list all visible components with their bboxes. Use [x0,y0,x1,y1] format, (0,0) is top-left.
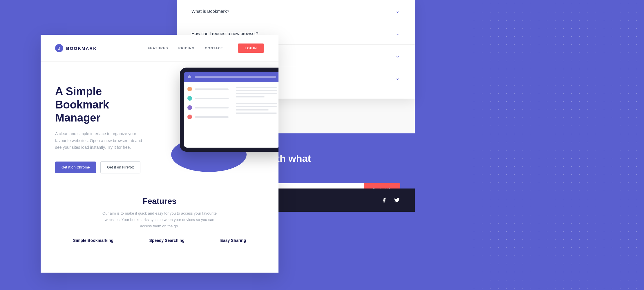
row-line-3 [195,107,229,108]
get-firefox-button[interactable]: Get it on Firefox [100,161,140,173]
tablet-row-2 [187,96,229,101]
logo-text: BOOKMARK [66,46,97,51]
tablet-row-4 [187,115,229,119]
row-line-1 [195,88,229,90]
tablet-screen [184,72,278,148]
login-button[interactable]: LOGIN [238,44,264,53]
facebook-icon[interactable] [381,197,388,204]
feature-speedy-searching: Speedy Searching [149,238,184,243]
row-dot-2 [187,96,192,101]
tablet-device [180,68,278,152]
faq-question-1: What is Bookmark? [191,9,229,14]
features-section: Features Our aim is to make it quick and… [41,185,278,249]
get-chrome-button[interactable]: Get it on Chrome [55,162,96,173]
logo: B BOOKMARK [55,44,97,52]
row-dot-1 [187,87,192,91]
hero-section: A Simple Bookmark Manager A clean and si… [41,62,278,185]
hero-description: A clean and simple interface to organize… [55,130,142,151]
twitter-icon[interactable] [393,197,400,204]
hero-buttons: Get it on Chrome Get it on Firefox [55,161,142,173]
logo-icon: B [55,44,63,52]
tablet-illustration [162,68,278,166]
tablet-left-panel [184,82,232,148]
nav-links: FEATURES PRICING CONTACT LOGIN [148,44,264,53]
right-line-4 [236,96,265,97]
right-line-1 [236,87,277,88]
features-title: Features [55,197,264,206]
tablet-right-panel [232,82,279,148]
faq-item-1[interactable]: What is Bookmark? ⌄ [177,0,415,22]
feature-easy-sharing: Easy Sharing [220,238,246,243]
feature-simple-bookmarking: Simple Bookmarking [73,238,113,243]
right-line-2 [236,90,277,91]
faq-chevron-3: ⌄ [395,53,400,59]
nav-contact[interactable]: CONTACT [205,46,223,50]
faq-chevron-4: ⌄ [395,75,400,81]
features-columns: Simple Bookmarking Speedy Searching Easy… [55,238,264,243]
faq-chevron-2: ⌄ [395,30,400,36]
right-line-3 [236,93,277,94]
right-line-6 [236,106,277,107]
row-dot-4 [187,115,192,119]
row-line-4 [195,116,229,118]
tablet-row-1 [187,87,229,91]
features-description: Our aim is to make it quick and easy for… [99,210,220,229]
footer-socials [381,197,400,204]
tab-dot-1 [188,75,191,78]
tab-bar [195,76,276,78]
right-line-5 [236,103,277,104]
row-line-2 [195,98,229,99]
tablet-row-3 [187,105,229,110]
hero-text: A Simple Bookmark Manager A clean and si… [55,85,142,173]
nav-pricing[interactable]: PRICING [178,46,195,50]
main-page-card: B BOOKMARK FEATURES PRICING CONTACT LOGI… [41,35,278,273]
right-line-7 [236,109,269,110]
nav-features[interactable]: FEATURES [148,46,168,50]
row-dot-3 [187,105,192,110]
tablet-body [184,82,278,148]
right-line-8 [236,113,277,114]
tablet-top-bar [184,72,278,82]
faq-chevron-1: ⌄ [395,8,400,14]
navbar: B BOOKMARK FEATURES PRICING CONTACT LOGI… [41,35,278,62]
hero-title: A Simple Bookmark Manager [55,85,142,125]
